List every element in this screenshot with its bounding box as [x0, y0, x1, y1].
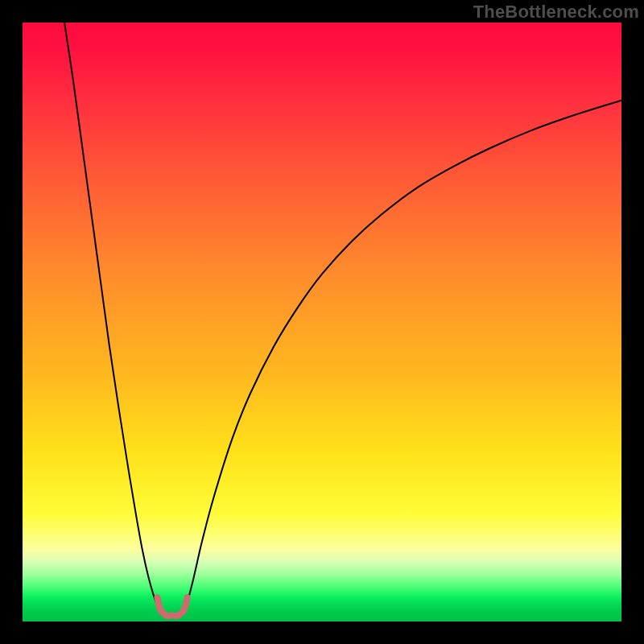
right-branch-path — [185, 101, 621, 609]
curve-layer — [23, 23, 621, 621]
chart-frame: TheBottleneck.com — [0, 0, 644, 644]
watermark-text: TheBottleneck.com — [473, 2, 639, 23]
series-left-branch — [64, 23, 159, 609]
plot-area — [23, 23, 621, 621]
notch-path — [157, 597, 187, 616]
series-notch — [157, 597, 187, 616]
left-branch-path — [64, 23, 159, 609]
series-right-branch — [185, 101, 621, 609]
